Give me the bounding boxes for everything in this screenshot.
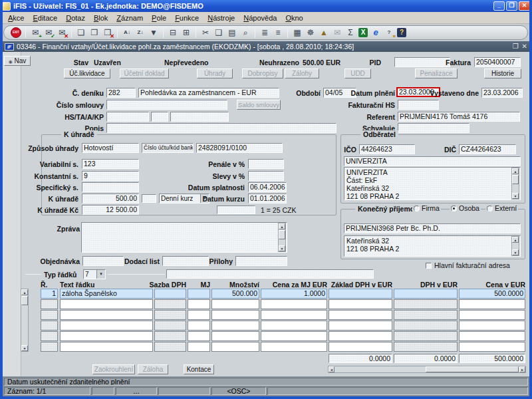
menu-napoveda[interactable]: Nápověda <box>243 14 277 22</box>
table-cell-zaklad[interactable] <box>329 342 392 352</box>
table-cell-text[interactable] <box>60 299 153 309</box>
table-cell-zaklad[interactable] <box>329 299 392 309</box>
mail-icon[interactable]: ✉ <box>332 27 342 38</box>
table-cell-sazba[interactable] <box>154 321 186 331</box>
table-cell-text[interactable] <box>60 321 153 331</box>
radio-externi[interactable]: Externí <box>485 204 518 213</box>
table-cell-dph[interactable] <box>394 289 458 299</box>
scroll-up-icon[interactable] <box>21 289 28 295</box>
penalizace-button[interactable]: Penalizace <box>415 68 458 78</box>
table-cell-mj[interactable] <box>188 310 210 320</box>
datum-kurzu-field[interactable]: 01.01.2006 <box>248 194 287 203</box>
schvaluje-field[interactable] <box>398 123 469 133</box>
radio-firma[interactable]: Firma <box>412 204 441 213</box>
uc-likvidace-button[interactable]: Úč.likvidace <box>64 68 110 78</box>
calendar-icon[interactable]: ▦ <box>292 27 303 38</box>
table-cell-text[interactable] <box>60 331 153 341</box>
c-deniku-field[interactable]: 282 <box>106 88 136 98</box>
mdi-close-icon[interactable]: ✕ <box>522 43 527 51</box>
mdi-restore-icon[interactable]: ❐ <box>513 43 519 51</box>
table-cell-dph[interactable] <box>394 321 458 331</box>
table-cell-sazba[interactable] <box>154 342 186 352</box>
help-icon[interactable]: ? <box>397 28 406 37</box>
slevy-field[interactable] <box>248 171 284 181</box>
table-scrollbar[interactable] <box>21 289 29 352</box>
table-cell-mj[interactable] <box>188 299 210 309</box>
historie-button[interactable]: Historie <box>484 68 521 78</box>
sort-descending-icon[interactable]: Z↓ <box>135 27 146 38</box>
table-cell-mnozstvi[interactable] <box>211 310 259 320</box>
prijemce-adresa-area[interactable]: Kateřinská 32 121 08 PRAHA 2 <box>344 235 521 257</box>
paste-icon[interactable]: ▤ <box>227 27 237 38</box>
table-cell-cena[interactable] <box>459 342 525 352</box>
table-cell-zaklad[interactable] <box>329 289 392 299</box>
table-cell-cena[interactable] <box>459 299 525 309</box>
currency-help-icon[interactable]: ?¤ <box>384 27 394 38</box>
prilohy-field[interactable] <box>235 256 287 266</box>
specificky-field[interactable] <box>82 182 139 192</box>
odberatel-adresa-scrollbar[interactable] <box>511 168 519 200</box>
vystaveno-dne-field[interactable]: 23.03.2006 <box>481 88 523 98</box>
table-cell-cena[interactable] <box>459 310 525 320</box>
menu-funkce[interactable]: Funkce <box>175 14 199 22</box>
table-cell-mj[interactable] <box>188 321 210 331</box>
menu-pole[interactable]: Pole <box>152 14 166 22</box>
table-cell-mj[interactable] <box>188 342 210 352</box>
objednavka-field[interactable] <box>82 256 124 266</box>
zprava-area[interactable] <box>81 222 287 253</box>
uhrady-button[interactable]: Úhrady <box>197 68 233 78</box>
search-icon[interactable]: ⌕ <box>240 27 251 38</box>
table-cell-num[interactable] <box>41 342 58 352</box>
table-cell-sazba[interactable] <box>154 310 186 320</box>
duplicate-field-icon[interactable]: ❏ <box>76 27 86 38</box>
table-horizontal-scrollbar[interactable] <box>328 366 526 373</box>
scroll-down-icon[interactable] <box>279 245 285 251</box>
zpusob-uhrady-field[interactable]: Hotovostí <box>82 143 139 153</box>
table-cell-mnozstvi[interactable] <box>211 321 259 331</box>
odberatel-adresa-area[interactable]: UNIVERZITA Část: EkF Kateřinská 32 121 0… <box>344 167 521 200</box>
cut-icon[interactable]: ✂ <box>200 27 211 38</box>
ucetni-doklad-button[interactable]: Účetní doklad <box>120 68 169 78</box>
odberatel-nazev-field[interactable]: UNIVERZITA <box>344 156 521 166</box>
ucet-field[interactable]: 24828091/0100 <box>196 143 283 153</box>
maximize-button[interactable]: ❐ <box>506 1 517 11</box>
close-button[interactable]: ✕ <box>519 1 530 11</box>
commit-record-icon[interactable]: ✉✓ <box>43 27 54 38</box>
menu-editace[interactable]: Editace <box>33 14 57 22</box>
table-cell-sazba[interactable] <box>154 331 186 341</box>
print-icon[interactable]: ⊟ <box>168 27 178 38</box>
table-cell-cena_mj[interactable]: 1.0000 <box>261 289 327 299</box>
table-cell-num[interactable] <box>41 299 58 309</box>
table-cell-cena[interactable] <box>459 331 525 341</box>
table-cell-text[interactable] <box>60 342 153 352</box>
navigator-icon[interactable]: ☸ <box>305 27 316 38</box>
cislo-smlouvy-field[interactable] <box>106 100 227 110</box>
scroll-thumb[interactable] <box>279 230 285 239</box>
table-cell-num[interactable] <box>41 321 58 331</box>
saldo-smlouvy-button[interactable]: Saldo smlouvy <box>237 100 281 110</box>
hs-field-2[interactable] <box>151 112 168 122</box>
copy-icon[interactable]: ❑ <box>213 27 224 38</box>
scroll-up-icon[interactable] <box>512 168 519 174</box>
table-cell-cena_mj[interactable] <box>261 342 327 352</box>
table-cell-mnozstvi[interactable] <box>211 342 259 352</box>
zaokrouhleni-button[interactable]: Zaokrouhlení <box>92 364 135 374</box>
print-preview-icon[interactable]: ⊞ <box>181 27 192 38</box>
table-cell-mnozstvi[interactable] <box>211 331 259 341</box>
table-cell-dph[interactable] <box>394 310 458 320</box>
popis-field[interactable] <box>106 123 336 133</box>
nav-button[interactable]: ◉ Nav <box>4 56 31 66</box>
table-cell-dph[interactable] <box>394 331 458 341</box>
datum-splatnosti-field[interactable]: 06.04.2006 <box>248 182 287 192</box>
filter-icon[interactable]: ▼ <box>148 27 159 38</box>
table-cell-zaklad[interactable] <box>329 321 392 331</box>
scroll-right-icon[interactable] <box>519 366 525 372</box>
udd-button[interactable]: UDD <box>344 68 371 78</box>
window-titlebar[interactable]: iFIS - Uživatel: FIS_01 - Ek.jednotka: D… <box>0 0 532 12</box>
record-list-icon[interactable]: ≣ <box>259 27 270 38</box>
exit-icon[interactable]: EXIT <box>11 27 21 38</box>
ico-field[interactable]: 44264623 <box>359 144 415 154</box>
clear-record-icon[interactable]: ❐✕ <box>102 27 113 38</box>
table-cell-cena[interactable] <box>459 321 525 331</box>
table-cell-mj[interactable] <box>188 289 210 299</box>
